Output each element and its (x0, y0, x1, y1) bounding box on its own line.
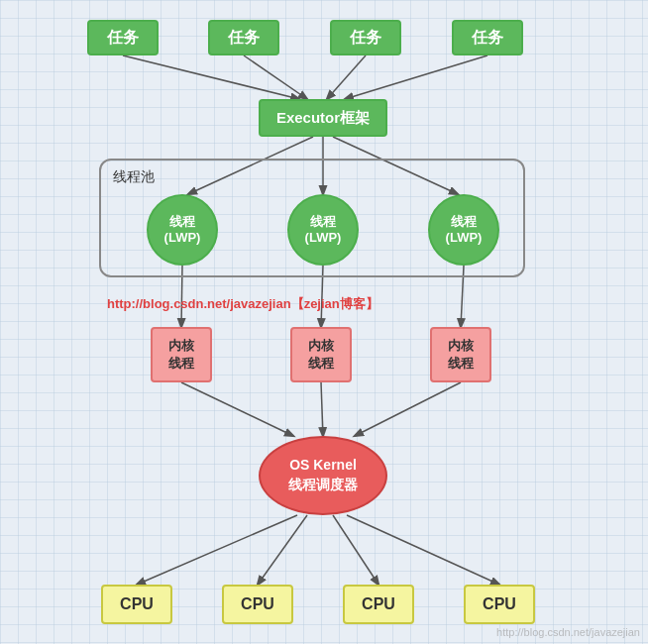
thread-circle-2: 线程 (LWP) (287, 194, 359, 266)
svg-line-10 (181, 382, 293, 436)
arrows-svg (0, 0, 648, 644)
svg-line-3 (345, 55, 487, 99)
kernel-thread-3: 内核 线程 (430, 327, 491, 382)
svg-line-12 (355, 382, 461, 436)
diagram: 任务 任务 任务 任务 Executor框架 线程池 线程 (LWP) 线程 (… (0, 0, 648, 644)
kernel-thread-1: 内核 线程 (151, 327, 212, 382)
cpu-box-3: CPU (343, 585, 414, 624)
svg-line-15 (333, 515, 378, 585)
watermark: http://blog.csdn.net/javazejian (496, 626, 640, 638)
pool-label: 线程池 (113, 168, 155, 186)
cpu-box-1: CPU (101, 585, 172, 624)
svg-line-1 (244, 55, 307, 99)
cpu-box-2: CPU (222, 585, 293, 624)
thread-circle-3: 线程 (LWP) (428, 194, 499, 266)
os-kernel: OS Kernel 线程调度器 (259, 436, 387, 515)
cpu-box-4: CPU (464, 585, 535, 624)
task-box-1: 任务 (87, 20, 159, 55)
svg-line-16 (347, 515, 499, 585)
executor-box: Executor框架 (259, 99, 387, 137)
kernel-thread-2: 内核 线程 (290, 327, 352, 382)
svg-line-14 (258, 515, 307, 585)
task-box-4: 任务 (452, 20, 523, 55)
svg-line-13 (137, 515, 297, 585)
svg-line-0 (123, 55, 299, 99)
blog-link: http://blog.csdn.net/javazejian【zejian博客… (107, 295, 378, 313)
svg-line-11 (321, 382, 323, 436)
task-box-3: 任务 (330, 20, 401, 55)
thread-circle-1: 线程 (LWP) (147, 194, 218, 266)
svg-line-2 (327, 55, 366, 99)
task-box-2: 任务 (208, 20, 279, 55)
